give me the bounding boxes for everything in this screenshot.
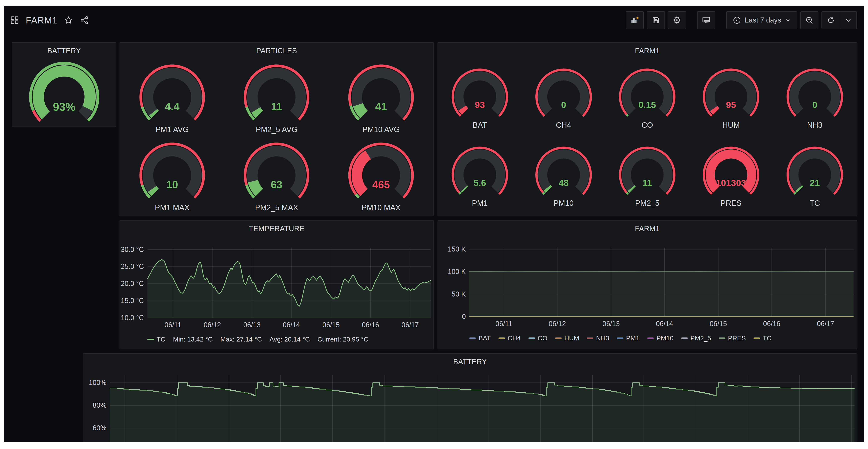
legend-series-color xyxy=(719,337,725,339)
y-axis-tick: 25.0 °C xyxy=(120,263,144,271)
gauge-tc: 21TC xyxy=(773,137,857,215)
gauge-label: PM2_5 xyxy=(635,199,659,208)
time-range-picker[interactable]: Last 7 days xyxy=(726,11,797,29)
svg-text:10: 10 xyxy=(166,179,178,190)
legend-item-co[interactable]: CO xyxy=(528,334,548,342)
svg-text:0.15: 0.15 xyxy=(639,100,656,110)
y-axis-tick: 100 K xyxy=(438,268,466,276)
svg-text:41: 41 xyxy=(375,101,387,113)
save-dashboard-button[interactable] xyxy=(647,11,665,29)
temperature-chart-svg xyxy=(147,247,431,318)
y-axis-tick: 80% xyxy=(84,401,106,409)
legend-series-label: TC xyxy=(763,334,771,342)
svg-text:0: 0 xyxy=(561,100,566,110)
x-axis-tick: 06/15 xyxy=(701,320,736,328)
legend-item-ch4[interactable]: CH4 xyxy=(498,334,521,342)
svg-text:0: 0 xyxy=(812,100,817,110)
legend-series-color xyxy=(555,337,562,339)
legend-series-label: BAT xyxy=(478,334,491,342)
gauge-pm10-max: 465PM10 MAX xyxy=(329,137,433,215)
gauge-label: PM10 MAX xyxy=(362,203,400,212)
gauge-label: BAT xyxy=(472,121,487,129)
legend-series-label: PM10 xyxy=(656,334,674,342)
gauge-label: PM10 AVG xyxy=(363,125,400,134)
panel-farm1-gauges: FARM1 93BAT0CH40.15CO95HUM0NH35.6PM148PM… xyxy=(438,42,857,216)
battery-chart-svg xyxy=(110,376,855,442)
legend-item-tc[interactable]: TC xyxy=(753,334,771,342)
x-axis-tick: 06/13 xyxy=(235,321,269,329)
gauge-pm1: 5.6PM1 xyxy=(438,137,522,215)
refresh-button[interactable] xyxy=(822,11,840,29)
gauge-label: HUM xyxy=(722,121,740,129)
gauge-nh3: 0NH3 xyxy=(773,59,857,137)
legend-stat: Min: 13.42 °C xyxy=(173,335,213,343)
time-range-label: Last 7 days xyxy=(745,16,781,24)
cycle-view-button[interactable] xyxy=(697,11,715,29)
zoom-out-button[interactable] xyxy=(800,11,818,29)
gauge-ch4: 0CH4 xyxy=(522,59,606,137)
gauge-pm2-5-max: 63PM2_5 MAX xyxy=(224,137,329,215)
panel-particles: PARTICLES 4.4PM1 AVG11PM2_5 AVG41PM10 AV… xyxy=(120,42,434,216)
legend-item-pres[interactable]: PRES xyxy=(719,334,746,342)
svg-text:11: 11 xyxy=(271,101,282,113)
legend-series-label: NH3 xyxy=(596,334,609,342)
gauge-pm2-5-avg: 11PM2_5 AVG xyxy=(224,59,329,137)
gauge-hum: 95HUM xyxy=(689,59,773,137)
panel-title-particles[interactable]: PARTICLES xyxy=(120,43,433,59)
clock-icon xyxy=(733,16,741,25)
apps-grid-icon[interactable] xyxy=(10,16,19,25)
legend-item-pm2_5[interactable]: PM2_5 xyxy=(681,334,711,342)
svg-text:4.4: 4.4 xyxy=(165,101,180,113)
legend-item-nh3[interactable]: NH3 xyxy=(587,334,609,342)
x-axis-tick: 06/12 xyxy=(540,320,575,328)
grafana-dashboard: FARM1 ⚙ xyxy=(4,6,864,442)
y-axis-tick: 60% xyxy=(84,424,106,432)
panel-title-battery-chart[interactable]: BATTERY xyxy=(84,354,857,370)
dashboard-settings-button[interactable]: ⚙ xyxy=(668,11,686,29)
legend-series-color xyxy=(617,337,623,339)
svg-text:48: 48 xyxy=(559,178,568,188)
battery-chart-plot[interactable] xyxy=(110,376,855,442)
legend-item-pm10[interactable]: PM10 xyxy=(647,334,674,342)
refresh-interval-dropdown[interactable] xyxy=(840,11,857,29)
legend-item-bat[interactable]: BAT xyxy=(469,334,491,342)
add-panel-button[interactable] xyxy=(626,11,644,29)
gauge-pm10: 48PM10 xyxy=(522,137,606,215)
legend-item-hum[interactable]: HUM xyxy=(555,334,579,342)
dashboard-title[interactable]: FARM1 xyxy=(26,15,58,26)
legend-stat: Current: 20.95 °C xyxy=(317,335,368,343)
legend-series-color xyxy=(681,337,688,339)
legend-series-color xyxy=(528,337,535,339)
gauge-label: PM10 xyxy=(553,199,574,208)
legend-item-tc[interactable]: TC xyxy=(147,335,165,343)
gauge-label: PM1 xyxy=(472,199,488,208)
svg-text:11: 11 xyxy=(643,178,652,188)
gauge-label: PM2_5 MAX xyxy=(255,203,298,212)
gear-icon: ⚙ xyxy=(673,16,681,25)
y-axis-tick: 50 K xyxy=(438,290,466,298)
panel-battery-gauge: BATTERY 93% xyxy=(12,42,116,127)
panel-title-battery[interactable]: BATTERY xyxy=(12,43,116,59)
legend-item-pm1[interactable]: PM1 xyxy=(617,334,640,342)
legend-series-label: PRES xyxy=(728,334,746,342)
legend-series-color xyxy=(498,337,505,339)
y-axis-tick: 10.0 °C xyxy=(120,314,144,322)
svg-text:465: 465 xyxy=(372,179,390,190)
temperature-chart-plot[interactable] xyxy=(147,247,431,318)
share-icon[interactable] xyxy=(80,16,89,25)
gauge-co: 0.15CO xyxy=(606,59,689,137)
star-icon[interactable] xyxy=(64,16,73,25)
panel-title-farm1-gauges[interactable]: FARM1 xyxy=(438,43,857,59)
x-axis-tick: 06/16 xyxy=(353,321,388,329)
panel-temperature-chart: TEMPERATURE 30.0 °C25.0 °C20.0 °C15.0 °C… xyxy=(120,220,434,350)
farm1-chart-plot[interactable] xyxy=(469,247,854,317)
legend-series-color xyxy=(147,339,154,340)
chevron-down-icon xyxy=(784,17,791,24)
panel-title-farm1-chart[interactable]: FARM1 xyxy=(438,220,857,237)
x-axis-tick: 06/11 xyxy=(487,320,521,328)
gauge-label: TC xyxy=(810,199,820,208)
svg-text:93%: 93% xyxy=(53,100,75,113)
panel-title-temperature[interactable]: TEMPERATURE xyxy=(120,220,433,237)
particles-gauge-container: 4.4PM1 AVG11PM2_5 AVG41PM10 AVG10PM1 MAX… xyxy=(120,59,433,215)
x-axis-tick: 06/14 xyxy=(274,321,309,329)
